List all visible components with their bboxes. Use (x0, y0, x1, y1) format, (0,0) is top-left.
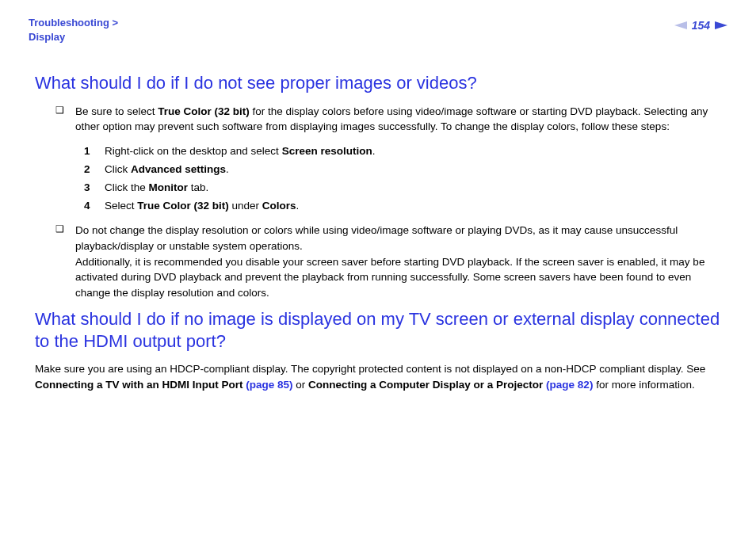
svg-marker-0 (674, 21, 687, 29)
text-bold: Connecting a TV with an HDMI Input Port … (35, 379, 293, 391)
page-number: 154 (692, 19, 710, 32)
bullet-text: Do not change the display resolution or … (75, 223, 721, 300)
step-text: Click the Monitor tab. (105, 179, 721, 197)
text-bold: Connecting a Computer Display or a Proje… (308, 379, 593, 391)
section-heading-1: What should I do if I do not see proper … (35, 72, 721, 94)
text: Select (105, 200, 137, 212)
text: Additionally, it is recommended you disa… (75, 256, 704, 299)
section-heading-2: What should I do if no image is displaye… (35, 308, 721, 352)
body-paragraph: Make sure you are using an HDCP-complian… (35, 361, 721, 392)
list-item: ❑ Do not change the display resolution o… (55, 223, 721, 300)
step-number: 1 (84, 143, 95, 161)
text: Click (105, 163, 131, 175)
step-number: 3 (84, 179, 95, 197)
text: or (293, 379, 309, 391)
step-item: 2 Click Advanced settings. (84, 161, 721, 179)
breadcrumb: Troubleshooting > Display (29, 16, 118, 44)
next-page-arrow-icon[interactable] (715, 21, 727, 29)
text: Right-click on the desktop and select (105, 145, 282, 157)
text: Connecting a Computer Display or a Proje… (308, 379, 546, 391)
text-bold: True Color (32 bit) (137, 200, 229, 212)
step-number: 2 (84, 161, 95, 179)
text: Click the (105, 181, 149, 193)
page-reference-link[interactable]: (page 82) (546, 379, 593, 391)
step-item: 4 Select True Color (32 bit) under Color… (84, 197, 721, 216)
text: Connecting a TV with an HDMI Input Port (35, 379, 246, 391)
text: Do not change the display resolution or … (75, 224, 678, 252)
text: under (229, 200, 262, 212)
bullet-text: Be sure to select True Color (32 bit) fo… (75, 104, 721, 135)
text-bold: Colors (262, 200, 296, 212)
content-area: What should I do if I do not see proper … (29, 72, 727, 392)
prev-page-arrow-icon[interactable] (674, 21, 687, 29)
svg-marker-1 (715, 21, 727, 29)
text: Be sure to select (75, 105, 158, 117)
text-bold: Screen resolution (282, 145, 372, 157)
text: tab. (188, 181, 208, 193)
page-reference-link[interactable]: (page 85) (246, 379, 292, 391)
text-bold: True Color (32 bit) (158, 105, 250, 117)
step-number: 4 (84, 197, 95, 216)
bullet-list-1: ❑ Be sure to select True Color (32 bit) … (35, 104, 721, 301)
step-item: 3 Click the Monitor tab. (84, 179, 721, 197)
step-text: Select True Color (32 bit) under Colors. (105, 197, 721, 216)
text-bold: Monitor (149, 181, 189, 193)
text: . (296, 200, 300, 212)
text: . (226, 163, 229, 175)
bullet-icon: ❑ (55, 223, 64, 300)
step-text: Right-click on the desktop and select Sc… (105, 143, 721, 161)
breadcrumb-line-2: Display (29, 30, 118, 44)
text-bold: Advanced settings (131, 163, 226, 175)
list-item: ❑ Be sure to select True Color (32 bit) … (55, 104, 721, 135)
text: for more information. (593, 379, 694, 391)
breadcrumb-line-1: Troubleshooting > (29, 16, 118, 30)
ordered-steps: 1 Right-click on the desktop and select … (84, 143, 721, 216)
text: Make sure you are using an HDCP-complian… (35, 363, 705, 375)
page-number-nav: 154 (674, 19, 727, 32)
text: . (372, 145, 376, 157)
bullet-icon: ❑ (55, 104, 64, 135)
page-header: Troubleshooting > Display 154 (29, 16, 727, 44)
step-text: Click Advanced settings. (105, 161, 721, 179)
step-item: 1 Right-click on the desktop and select … (84, 143, 721, 161)
